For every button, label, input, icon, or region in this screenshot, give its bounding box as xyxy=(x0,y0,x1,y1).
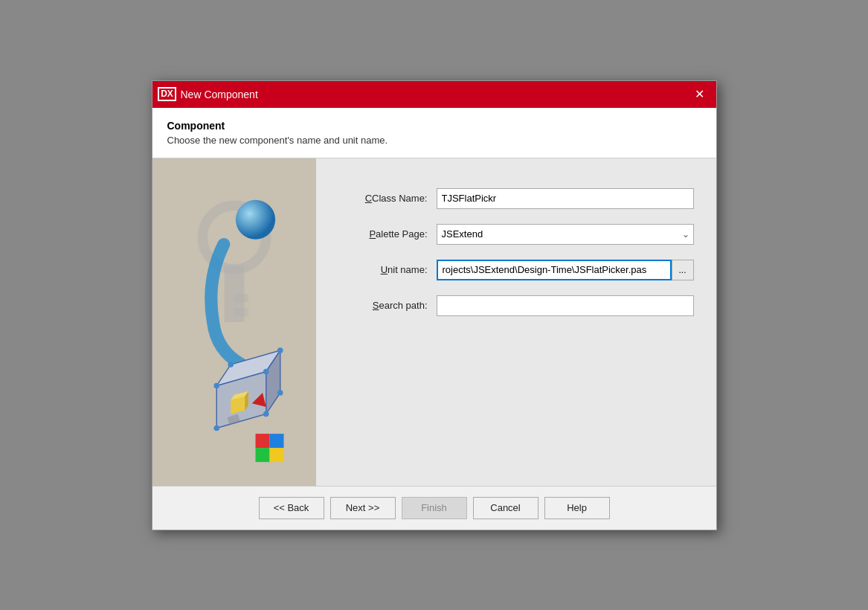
browse-button[interactable]: ... xyxy=(672,260,694,280)
main-content: CClass Name: Palette Page: JSExtend ⌄ Un… xyxy=(152,158,716,486)
svg-point-10 xyxy=(263,368,269,374)
svg-point-9 xyxy=(213,382,219,388)
unit-name-label: Unit name: xyxy=(338,264,428,275)
svg-point-14 xyxy=(277,347,283,353)
svg-rect-22 xyxy=(269,434,283,448)
illustration-svg xyxy=(160,181,309,463)
footer: << Back Next >> Finish Cancel Help ⁢⁢⁢ xyxy=(152,486,716,530)
title-bar: DX New Component ✕ xyxy=(152,81,716,108)
svg-point-4 xyxy=(235,199,274,239)
cancel-button[interactable]: Cancel xyxy=(473,497,539,519)
section-title: Component xyxy=(167,120,701,132)
svg-rect-2 xyxy=(234,294,248,302)
search-path-input[interactable] xyxy=(437,295,694,316)
help-button[interactable]: Help xyxy=(544,497,610,519)
left-panel xyxy=(152,158,316,486)
class-name-label: CClass Name: xyxy=(338,193,428,204)
close-button[interactable]: ✕ xyxy=(691,86,709,103)
svg-rect-21 xyxy=(255,434,269,448)
header-section: Component Choose the new component's nam… xyxy=(152,108,716,158)
svg-rect-23 xyxy=(255,448,269,462)
svg-rect-3 xyxy=(234,308,248,316)
svg-rect-24 xyxy=(269,448,283,462)
svg-point-13 xyxy=(228,362,234,367)
unit-name-input[interactable] xyxy=(437,260,672,280)
search-path-row: Search path: xyxy=(338,295,694,316)
search-path-label: Search path: xyxy=(338,300,428,311)
back-button[interactable]: << Back xyxy=(259,497,324,519)
new-component-dialog: DX New Component ✕ Component Choose the … xyxy=(152,80,717,530)
title-bar-left: DX New Component xyxy=(160,87,258,102)
dialog-title: New Component xyxy=(181,89,258,100)
finish-button: Finish xyxy=(402,497,467,519)
svg-point-12 xyxy=(213,425,219,431)
right-panel: CClass Name: Palette Page: JSExtend ⌄ Un… xyxy=(316,158,716,486)
svg-point-11 xyxy=(263,411,269,417)
palette-page-label: Palette Page: xyxy=(338,228,428,240)
section-subtitle: Choose the new component's name and unit… xyxy=(167,135,701,146)
palette-page-wrapper: JSExtend ⌄ xyxy=(437,224,694,245)
illustration xyxy=(152,158,316,486)
palette-page-select[interactable]: JSExtend xyxy=(437,224,694,245)
class-name-row: CClass Name: xyxy=(338,188,694,209)
unit-name-row: Unit name: ... xyxy=(338,260,694,280)
unit-name-wrapper: ... xyxy=(437,260,694,280)
dx-logo-icon: DX xyxy=(160,87,175,102)
next-button[interactable]: Next >> xyxy=(330,497,396,519)
class-name-input[interactable] xyxy=(437,188,694,209)
svg-point-15 xyxy=(277,390,283,396)
palette-page-row: Palette Page: JSExtend ⌄ xyxy=(338,224,694,245)
